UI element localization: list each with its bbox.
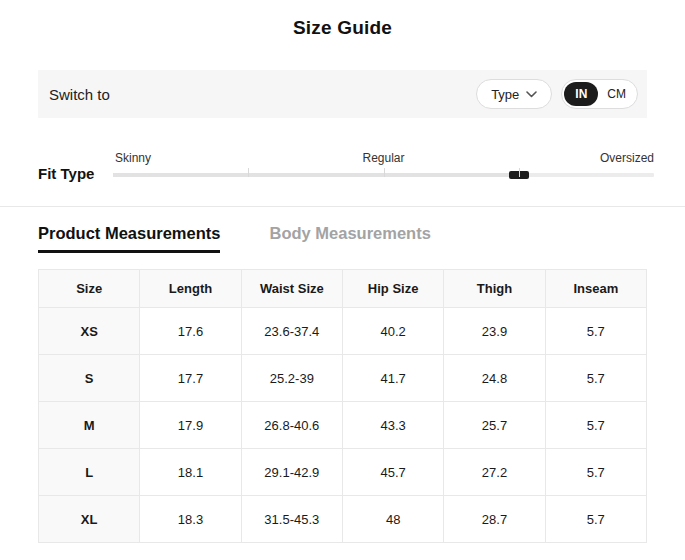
value-cell: 5.7 [545, 449, 646, 496]
value-cell: 17.9 [140, 402, 241, 449]
size-cell: S [39, 355, 140, 402]
table-row: S17.725.2-3941.724.85.7 [39, 355, 647, 402]
type-dropdown[interactable]: Type [476, 79, 552, 109]
size-cell: XL [39, 496, 140, 543]
fit-scale-oversized: Oversized [600, 151, 654, 165]
value-cell: 23.6-37.4 [241, 308, 342, 355]
value-cell: 28.7 [444, 496, 545, 543]
header-cell: Thigh [444, 270, 545, 308]
fit-scale-skinny: Skinny [115, 151, 151, 165]
value-cell: 5.7 [545, 496, 646, 543]
unit-option-in[interactable]: IN [564, 82, 598, 106]
measurements-table: SizeLengthWaist SizeHip SizeThighInseam … [38, 269, 647, 543]
value-cell: 29.1-42.9 [241, 449, 342, 496]
measurement-tabs: Product Measurements Body Measurements [38, 224, 647, 253]
fit-scale-labels: Skinny Regular Oversized [113, 151, 654, 166]
fit-slider-tick [248, 168, 249, 177]
tab-product-measurements[interactable]: Product Measurements [38, 224, 220, 253]
fit-slider-tick [519, 168, 520, 177]
section-divider [0, 206, 685, 207]
value-cell: 25.2-39 [241, 355, 342, 402]
header-cell: Inseam [545, 270, 646, 308]
value-cell: 41.7 [342, 355, 443, 402]
unit-toggle[interactable]: IN CM [561, 79, 638, 109]
size-cell: XS [39, 308, 140, 355]
unit-option-cm[interactable]: CM [598, 82, 635, 106]
value-cell: 23.9 [444, 308, 545, 355]
value-cell: 25.7 [444, 402, 545, 449]
header-cell: Length [140, 270, 241, 308]
fit-slider-track [113, 173, 654, 177]
value-cell: 18.3 [140, 496, 241, 543]
header-cell: Waist Size [241, 270, 342, 308]
value-cell: 24.8 [444, 355, 545, 402]
type-dropdown-label: Type [491, 87, 519, 102]
value-cell: 17.7 [140, 355, 241, 402]
fit-type-slider: Skinny Regular Oversized [113, 151, 654, 183]
size-cell: L [39, 449, 140, 496]
value-cell: 5.7 [545, 402, 646, 449]
table-row: M17.926.8-40.643.325.75.7 [39, 402, 647, 449]
header-cell: Hip Size [342, 270, 443, 308]
fit-scale-regular: Regular [362, 151, 404, 165]
page-title: Size Guide [0, 0, 685, 39]
value-cell: 26.8-40.6 [241, 402, 342, 449]
fit-type-section: Fit Type Skinny Regular Oversized [38, 151, 654, 183]
value-cell: 27.2 [444, 449, 545, 496]
size-guide-panel: Size Guide Switch to Type IN CM Fit Type… [0, 0, 685, 560]
tab-body-measurements[interactable]: Body Measurements [269, 224, 430, 243]
fit-slider-fill [113, 173, 519, 177]
value-cell: 48 [342, 496, 443, 543]
size-cell: M [39, 402, 140, 449]
switch-to-bar: Switch to Type IN CM [38, 70, 647, 118]
value-cell: 18.1 [140, 449, 241, 496]
header-cell: Size [39, 270, 140, 308]
fit-slider-tick [384, 168, 385, 177]
value-cell: 31.5-45.3 [241, 496, 342, 543]
fit-type-label: Fit Type [38, 165, 113, 183]
value-cell: 5.7 [545, 308, 646, 355]
chevron-down-icon [526, 91, 537, 98]
switch-bar-controls: Type IN CM [476, 79, 638, 109]
value-cell: 43.3 [342, 402, 443, 449]
table-row: XS17.623.6-37.440.223.95.7 [39, 308, 647, 355]
table-header-row: SizeLengthWaist SizeHip SizeThighInseam [39, 270, 647, 308]
switch-to-label: Switch to [49, 86, 110, 103]
value-cell: 45.7 [342, 449, 443, 496]
value-cell: 40.2 [342, 308, 443, 355]
table-row: XL18.331.5-45.34828.75.7 [39, 496, 647, 543]
table-row: L18.129.1-42.945.727.25.7 [39, 449, 647, 496]
value-cell: 17.6 [140, 308, 241, 355]
value-cell: 5.7 [545, 355, 646, 402]
